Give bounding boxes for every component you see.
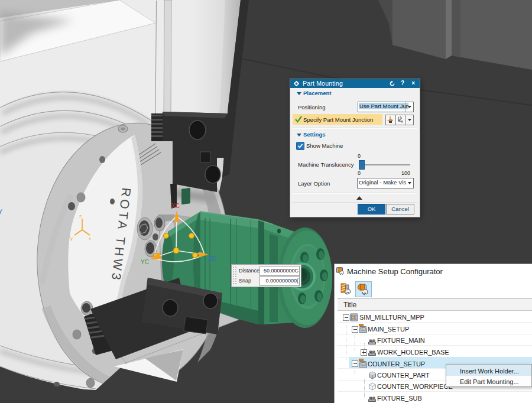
- svg-text:YC: YC: [141, 259, 149, 265]
- svg-text:y: y: [70, 236, 73, 241]
- svg-text:z: z: [79, 213, 82, 219]
- svg-text:XC: XC: [171, 203, 180, 209]
- svg-text:Y: Y: [0, 208, 3, 215]
- svg-text:x: x: [89, 236, 91, 241]
- svg-text:x: x: [401, 121, 403, 123]
- svg-text:ZC: ZC: [208, 255, 216, 262]
